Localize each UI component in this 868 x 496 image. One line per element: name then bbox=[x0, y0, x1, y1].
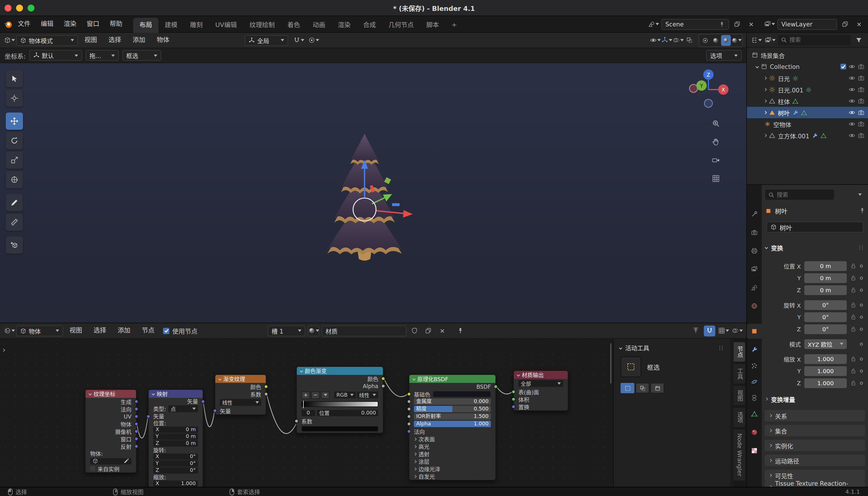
instancing-panel[interactable]: 实例化 bbox=[765, 440, 865, 451]
roughness-slider[interactable]: 糙度0.500 bbox=[414, 406, 491, 412]
select-mode-selector[interactable]: 框选 bbox=[122, 50, 161, 61]
interpolation-dropdown[interactable]: 线性 bbox=[357, 391, 378, 399]
eye-icon[interactable] bbox=[849, 63, 855, 70]
tab-material-properties[interactable] bbox=[747, 425, 762, 440]
camera-icon[interactable] bbox=[858, 86, 865, 93]
shading-material-button[interactable] bbox=[721, 35, 731, 46]
scale-x-field[interactable]: X1.000 bbox=[153, 480, 198, 486]
ramp-stop-handle[interactable] bbox=[303, 401, 304, 408]
socket-dot[interactable] bbox=[146, 414, 151, 418]
tab-layout[interactable]: 布局 bbox=[133, 17, 158, 32]
lock-icon[interactable] bbox=[850, 263, 856, 269]
lock-icon[interactable] bbox=[850, 368, 856, 374]
select-mode-subtract-button[interactable] bbox=[650, 383, 664, 393]
eye-icon[interactable] bbox=[849, 132, 855, 139]
node-menu-add[interactable]: 添加 bbox=[112, 323, 136, 339]
new-viewlayer-button[interactable] bbox=[839, 19, 851, 30]
socket-dot[interactable] bbox=[407, 400, 411, 404]
camera-icon[interactable] bbox=[858, 97, 865, 105]
expand-icon[interactable] bbox=[763, 99, 767, 103]
from-instancer-checkbox[interactable] bbox=[90, 466, 95, 471]
animate-dot[interactable] bbox=[860, 315, 863, 318]
camera-icon[interactable] bbox=[858, 75, 865, 81]
alpha-slider[interactable]: Alpha1.000 bbox=[414, 421, 491, 427]
socket-dot[interactable] bbox=[294, 419, 298, 423]
node-menu-node[interactable]: 节点 bbox=[137, 323, 159, 339]
relations-panel[interactable]: 关系 bbox=[765, 410, 865, 421]
outliner-row-collection[interactable]: Collection bbox=[747, 61, 868, 72]
outliner-row-cylinder[interactable]: 柱体 bbox=[747, 95, 868, 107]
tool-scale[interactable] bbox=[6, 152, 23, 169]
tab-data-properties[interactable] bbox=[747, 406, 762, 421]
eyedropper-icon[interactable] bbox=[123, 458, 129, 464]
rotation-x-field[interactable]: X0° bbox=[153, 453, 198, 460]
location-y-field[interactable]: 0 m bbox=[804, 273, 847, 283]
tool-select-box[interactable] bbox=[6, 70, 23, 87]
outliner-row-sun[interactable]: 日光 bbox=[747, 72, 868, 84]
tab-animation[interactable]: 动画 bbox=[306, 17, 331, 32]
parent-node-tree-button[interactable] bbox=[690, 325, 701, 336]
socket-dot[interactable] bbox=[407, 407, 411, 411]
select-mode-extend-button[interactable] bbox=[636, 383, 649, 393]
rotation-x-field[interactable]: 0° bbox=[804, 300, 847, 310]
viewport-menu-add[interactable]: 添加 bbox=[127, 32, 151, 48]
tool-cursor[interactable] bbox=[6, 90, 23, 107]
menu-file[interactable]: 文件 bbox=[13, 16, 35, 32]
editor-type-button[interactable] bbox=[750, 34, 762, 45]
show-overlays-button[interactable] bbox=[672, 35, 684, 46]
move-gizmo[interactable] bbox=[313, 149, 416, 224]
tab-viewlayer-properties[interactable] bbox=[747, 262, 762, 277]
shading-rendered-button[interactable] bbox=[731, 35, 741, 46]
expand-icon[interactable] bbox=[763, 111, 767, 114]
node-gradient-texture[interactable]: 渐变纹理 颜色 系数 线性 矢量 bbox=[215, 374, 266, 415]
collections-panel[interactable]: 集合 bbox=[765, 425, 865, 436]
properties-search-input[interactable] bbox=[777, 191, 831, 198]
lock-icon[interactable] bbox=[850, 314, 856, 320]
tab-object-properties[interactable] bbox=[747, 324, 762, 339]
lock-icon[interactable] bbox=[850, 275, 856, 281]
browse-viewlayer-button[interactable] bbox=[763, 19, 775, 30]
tool-add-cube[interactable] bbox=[6, 236, 23, 254]
delta-transform-panel[interactable]: 变换增量 bbox=[765, 394, 865, 404]
tab-node[interactable]: 节点 bbox=[734, 342, 745, 362]
socket-dot[interactable] bbox=[381, 384, 385, 388]
tissue-panel[interactable]: Tissue Texture Reaction-Diffusion bbox=[765, 481, 865, 487]
socket-dot[interactable] bbox=[134, 437, 138, 441]
expand-icon[interactable] bbox=[756, 65, 759, 68]
panel-sheen[interactable]: 边缘光泽 bbox=[418, 465, 440, 473]
tab-shading[interactable]: 着色 bbox=[281, 17, 306, 32]
eye-icon[interactable] bbox=[849, 75, 855, 81]
node-material-output[interactable]: 材质输出 全部 表(曲)面 体积 置换 bbox=[513, 370, 568, 411]
filter-button[interactable] bbox=[853, 34, 865, 45]
visibility-panel[interactable]: 可见性 bbox=[765, 469, 865, 481]
socket-dot[interactable] bbox=[134, 407, 138, 411]
node-menu-view[interactable]: 视图 bbox=[64, 323, 87, 339]
outliner-row-empty[interactable]: 空物体 bbox=[747, 118, 868, 130]
lock-icon[interactable] bbox=[850, 287, 856, 293]
socket-dot[interactable] bbox=[512, 390, 515, 394]
camera-icon[interactable] bbox=[858, 109, 865, 116]
viewport-menu-select[interactable]: 选择 bbox=[103, 32, 126, 48]
shading-wireframe-button[interactable] bbox=[700, 35, 710, 46]
animate-dot[interactable] bbox=[860, 276, 863, 279]
display-mode-button[interactable] bbox=[764, 34, 776, 45]
socket-dot[interactable] bbox=[134, 415, 138, 418]
socket-dot[interactable] bbox=[134, 444, 138, 448]
tab-modifier-properties[interactable] bbox=[747, 342, 762, 357]
location-y-field[interactable]: Y0 m bbox=[153, 433, 198, 439]
navigation-gizmo[interactable]: Z Y X bbox=[688, 66, 729, 108]
mode-selector[interactable]: 物体模式 bbox=[16, 35, 78, 46]
active-tool-title[interactable]: 活动工具 bbox=[625, 343, 649, 352]
tab-uv-editing[interactable]: UV编辑 bbox=[209, 17, 243, 32]
tab-sculpting[interactable]: 雕刻 bbox=[184, 17, 209, 32]
animate-dot[interactable] bbox=[860, 369, 863, 372]
location-x-field[interactable]: X0 m bbox=[153, 426, 198, 433]
socket-dot[interactable] bbox=[407, 430, 411, 433]
axis-neg-x-ball[interactable] bbox=[689, 84, 698, 92]
eye-icon[interactable] bbox=[849, 86, 855, 93]
lock-icon[interactable] bbox=[850, 356, 856, 362]
expand-icon[interactable] bbox=[763, 134, 767, 137]
menu-help[interactable]: 帮助 bbox=[105, 16, 127, 32]
stop-index-field[interactable]: 0 bbox=[301, 409, 315, 416]
outliner-search-input[interactable] bbox=[789, 37, 848, 43]
